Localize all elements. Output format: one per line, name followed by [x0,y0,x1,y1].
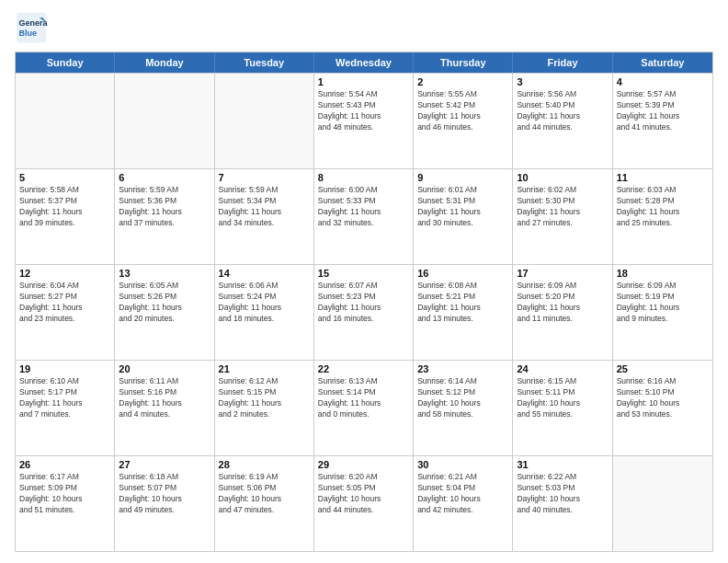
day-detail: Sunrise: 5:59 AM Sunset: 5:36 PM Dayligh… [119,185,210,229]
day-number: 17 [517,268,608,279]
cal-cell: 31Sunrise: 6:22 AM Sunset: 5:03 PM Dayli… [513,456,612,551]
cal-cell: 17Sunrise: 6:09 AM Sunset: 5:20 PM Dayli… [513,265,612,360]
day-header-thursday: Thursday [414,52,513,73]
day-detail: Sunrise: 6:09 AM Sunset: 5:19 PM Dayligh… [617,281,709,325]
svg-text:Blue: Blue [19,29,38,38]
day-detail: Sunrise: 5:57 AM Sunset: 5:39 PM Dayligh… [617,89,709,133]
week-row-2: 5Sunrise: 5:58 AM Sunset: 5:37 PM Daylig… [16,168,712,264]
cal-cell: 3Sunrise: 5:56 AM Sunset: 5:40 PM Daylig… [513,74,612,168]
day-number: 29 [318,459,409,470]
day-number: 23 [417,363,508,374]
cal-cell [16,74,115,168]
day-detail: Sunrise: 6:04 AM Sunset: 5:27 PM Dayligh… [19,281,110,325]
cal-cell: 4Sunrise: 5:57 AM Sunset: 5:39 PM Daylig… [613,74,712,168]
cal-cell: 29Sunrise: 6:20 AM Sunset: 5:05 PM Dayli… [314,456,414,551]
cal-cell [613,456,712,551]
cal-cell: 7Sunrise: 5:59 AM Sunset: 5:34 PM Daylig… [215,169,314,264]
day-number: 19 [19,363,110,374]
cal-cell: 22Sunrise: 6:13 AM Sunset: 5:14 PM Dayli… [314,361,414,455]
day-detail: Sunrise: 6:01 AM Sunset: 5:31 PM Dayligh… [417,185,508,229]
calendar: SundayMondayTuesdayWednesdayThursdayFrid… [15,52,713,552]
day-detail: Sunrise: 6:07 AM Sunset: 5:23 PM Dayligh… [318,281,409,325]
cal-cell: 12Sunrise: 6:04 AM Sunset: 5:27 PM Dayli… [16,265,115,360]
day-detail: Sunrise: 6:16 AM Sunset: 5:10 PM Dayligh… [617,376,709,420]
cal-cell: 13Sunrise: 6:05 AM Sunset: 5:26 PM Dayli… [115,265,214,360]
cal-cell: 14Sunrise: 6:06 AM Sunset: 5:24 PM Dayli… [215,265,314,360]
day-number: 12 [19,268,110,279]
day-number: 21 [219,363,310,374]
week-row-1: 1Sunrise: 5:54 AM Sunset: 5:43 PM Daylig… [16,73,712,168]
day-detail: Sunrise: 6:03 AM Sunset: 5:28 PM Dayligh… [617,185,709,229]
cal-cell: 26Sunrise: 6:17 AM Sunset: 5:09 PM Dayli… [16,456,115,551]
day-number: 9 [417,172,508,183]
logo: General Blue [15,11,53,44]
cal-cell: 25Sunrise: 6:16 AM Sunset: 5:10 PM Dayli… [613,361,712,455]
day-header-tuesday: Tuesday [215,52,314,73]
day-number: 7 [219,172,310,183]
calendar-header-row: SundayMondayTuesdayWednesdayThursdayFrid… [16,52,712,73]
day-detail: Sunrise: 6:06 AM Sunset: 5:24 PM Dayligh… [219,281,310,325]
day-detail: Sunrise: 6:13 AM Sunset: 5:14 PM Dayligh… [318,376,409,420]
cal-cell: 1Sunrise: 5:54 AM Sunset: 5:43 PM Daylig… [314,74,414,168]
day-detail: Sunrise: 6:08 AM Sunset: 5:21 PM Dayligh… [417,281,508,325]
day-number: 1 [318,76,409,87]
day-detail: Sunrise: 6:11 AM Sunset: 5:16 PM Dayligh… [119,376,210,420]
day-detail: Sunrise: 6:19 AM Sunset: 5:06 PM Dayligh… [219,472,310,516]
cal-cell: 16Sunrise: 6:08 AM Sunset: 5:21 PM Dayli… [414,265,513,360]
cal-cell: 9Sunrise: 6:01 AM Sunset: 5:31 PM Daylig… [414,169,513,264]
week-row-3: 12Sunrise: 6:04 AM Sunset: 5:27 PM Dayli… [16,264,712,360]
cal-cell: 30Sunrise: 6:21 AM Sunset: 5:04 PM Dayli… [414,456,513,551]
day-detail: Sunrise: 5:54 AM Sunset: 5:43 PM Dayligh… [318,89,409,133]
day-number: 11 [617,172,709,183]
day-header-friday: Friday [513,52,612,73]
day-number: 26 [19,459,110,470]
day-detail: Sunrise: 6:12 AM Sunset: 5:15 PM Dayligh… [219,376,310,420]
day-detail: Sunrise: 6:22 AM Sunset: 5:03 PM Dayligh… [517,472,608,516]
day-number: 2 [417,76,508,87]
cal-cell: 2Sunrise: 5:55 AM Sunset: 5:42 PM Daylig… [414,74,513,168]
day-number: 18 [617,268,709,279]
cal-cell: 23Sunrise: 6:14 AM Sunset: 5:12 PM Dayli… [414,361,513,455]
day-detail: Sunrise: 5:59 AM Sunset: 5:34 PM Dayligh… [219,185,310,229]
header: General Blue [15,11,713,44]
cal-cell [115,74,214,168]
logo-icon: General Blue [15,11,48,44]
day-detail: Sunrise: 6:10 AM Sunset: 5:17 PM Dayligh… [19,376,110,420]
day-header-saturday: Saturday [613,52,712,73]
day-detail: Sunrise: 6:17 AM Sunset: 5:09 PM Dayligh… [19,472,110,516]
week-row-4: 19Sunrise: 6:10 AM Sunset: 5:17 PM Dayli… [16,360,712,455]
day-number: 27 [119,459,210,470]
cal-cell: 5Sunrise: 5:58 AM Sunset: 5:37 PM Daylig… [16,169,115,264]
day-number: 20 [119,363,210,374]
day-detail: Sunrise: 5:58 AM Sunset: 5:37 PM Dayligh… [19,185,110,229]
day-number: 5 [19,172,110,183]
calendar-body: 1Sunrise: 5:54 AM Sunset: 5:43 PM Daylig… [16,73,712,551]
day-number: 10 [517,172,608,183]
day-number: 4 [617,76,709,87]
day-header-wednesday: Wednesday [314,52,414,73]
day-detail: Sunrise: 6:21 AM Sunset: 5:04 PM Dayligh… [417,472,508,516]
day-number: 6 [119,172,210,183]
day-number: 22 [318,363,409,374]
day-number: 13 [119,268,210,279]
day-number: 3 [517,76,608,87]
week-row-5: 26Sunrise: 6:17 AM Sunset: 5:09 PM Dayli… [16,455,712,551]
day-header-monday: Monday [115,52,214,73]
day-detail: Sunrise: 6:20 AM Sunset: 5:05 PM Dayligh… [318,472,409,516]
day-detail: Sunrise: 6:14 AM Sunset: 5:12 PM Dayligh… [417,376,508,420]
cal-cell: 20Sunrise: 6:11 AM Sunset: 5:16 PM Dayli… [115,361,214,455]
cal-cell: 15Sunrise: 6:07 AM Sunset: 5:23 PM Dayli… [314,265,414,360]
day-detail: Sunrise: 6:05 AM Sunset: 5:26 PM Dayligh… [119,281,210,325]
cal-cell: 6Sunrise: 5:59 AM Sunset: 5:36 PM Daylig… [115,169,214,264]
day-number: 8 [318,172,409,183]
day-detail: Sunrise: 5:56 AM Sunset: 5:40 PM Dayligh… [517,89,608,133]
day-detail: Sunrise: 6:02 AM Sunset: 5:30 PM Dayligh… [517,185,608,229]
day-detail: Sunrise: 5:55 AM Sunset: 5:42 PM Dayligh… [417,89,508,133]
day-number: 14 [219,268,310,279]
day-detail: Sunrise: 6:09 AM Sunset: 5:20 PM Dayligh… [517,281,608,325]
cal-cell: 24Sunrise: 6:15 AM Sunset: 5:11 PM Dayli… [513,361,612,455]
day-number: 24 [517,363,608,374]
cal-cell: 18Sunrise: 6:09 AM Sunset: 5:19 PM Dayli… [613,265,712,360]
day-detail: Sunrise: 6:18 AM Sunset: 5:07 PM Dayligh… [119,472,210,516]
page: General Blue SundayMondayTuesdayWednesda… [0,0,728,563]
